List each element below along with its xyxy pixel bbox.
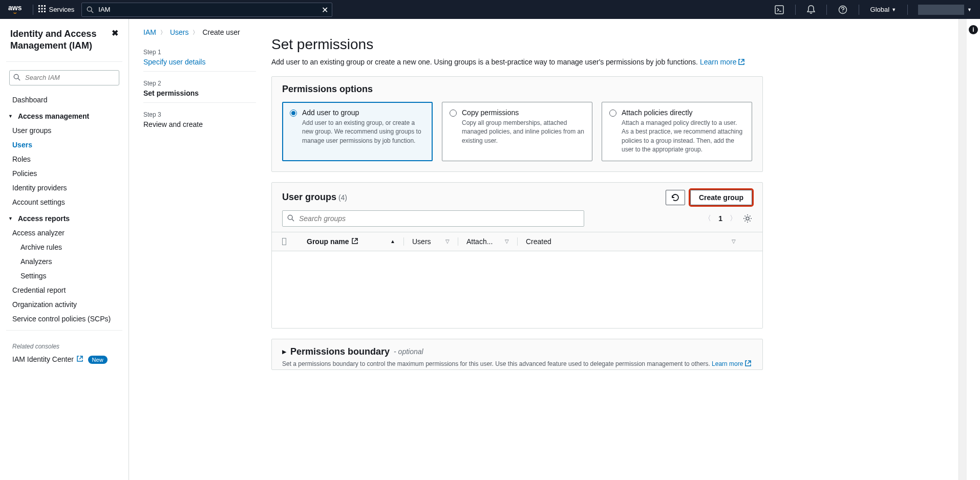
sidebar-item-scps[interactable]: Service control policies (SCPs) xyxy=(6,312,122,326)
search-icon xyxy=(13,74,20,81)
info-icon: i xyxy=(969,25,978,34)
wizard-step-2: Step 2 Set permissions xyxy=(143,79,256,103)
user-groups-title: User groups xyxy=(282,192,336,202)
svg-line-23 xyxy=(748,361,751,364)
external-link-icon xyxy=(77,355,85,363)
col-attached[interactable]: Attach... ▽ xyxy=(466,237,518,246)
breadcrumb-current: Create user xyxy=(202,28,240,36)
cloudshell-icon[interactable] xyxy=(770,2,789,17)
select-all-checkbox[interactable] xyxy=(282,238,286,245)
sidebar-item-access-analyzer[interactable]: Access analyzer xyxy=(6,226,122,240)
permissions-boundary-toggle[interactable]: ▶ Permissions boundary - optional xyxy=(272,339,762,360)
svg-rect-5 xyxy=(44,8,46,10)
svg-line-22 xyxy=(354,238,357,242)
top-search-input[interactable] xyxy=(81,3,332,17)
svg-line-10 xyxy=(92,11,94,13)
top-nav: aws ⌣ Services ✕ Global ▼ xyxy=(0,0,980,19)
services-button[interactable]: Services xyxy=(38,5,74,14)
col-users[interactable]: Users ▽ xyxy=(412,237,458,246)
page-number: 1 xyxy=(718,214,722,223)
svg-rect-3 xyxy=(38,8,40,10)
sort-desc-icon: ▽ xyxy=(445,238,450,244)
aws-logo[interactable]: aws ⌣ xyxy=(8,4,22,15)
svg-line-18 xyxy=(741,59,744,62)
svg-rect-4 xyxy=(41,8,43,10)
chevron-down-icon: ▼ xyxy=(891,7,896,12)
radio-icon xyxy=(290,110,297,117)
sidebar: ✖ Identity and Access Management (IAM) D… xyxy=(0,19,129,480)
chevron-right-icon: ▶ xyxy=(282,348,286,355)
radio-icon xyxy=(450,110,457,117)
learn-more-link[interactable]: Learn more xyxy=(712,360,751,367)
scrollbar[interactable] xyxy=(958,19,967,480)
learn-more-link[interactable]: Learn more xyxy=(700,58,744,66)
permissions-boundary-desc: Set a permissions boundary to control th… xyxy=(272,360,762,369)
notifications-icon[interactable] xyxy=(802,2,820,17)
gear-icon[interactable] xyxy=(743,214,752,223)
permissions-options-panel: Permissions options Add user to group Ad… xyxy=(271,76,763,172)
breadcrumb: IAM 〉 Users 〉 Create user xyxy=(143,28,256,36)
sidebar-item-users[interactable]: Users xyxy=(6,138,122,152)
option-copy-permissions[interactable]: Copy permissions Copy all group membersh… xyxy=(442,102,592,161)
svg-rect-6 xyxy=(38,11,40,12)
sidebar-item-dashboard[interactable]: Dashboard xyxy=(6,93,122,107)
breadcrumb-users[interactable]: Users xyxy=(170,28,189,36)
refresh-button[interactable] xyxy=(666,190,685,205)
table-body xyxy=(272,251,762,328)
info-panel-toggle[interactable]: i xyxy=(967,19,980,480)
top-search-wrap: ✕ xyxy=(81,3,332,17)
group-search-input[interactable] xyxy=(282,210,584,227)
sidebar-item-account-settings[interactable]: Account settings xyxy=(6,195,122,209)
wizard-step-3: Step 3 Review and create xyxy=(143,110,256,134)
chevron-right-icon: 〉 xyxy=(160,29,166,36)
col-created[interactable]: Created ▽ xyxy=(526,237,744,246)
sidebar-search-input[interactable] xyxy=(9,70,119,85)
option-add-to-group[interactable]: Add user to group Add user to an existin… xyxy=(282,102,433,161)
sort-desc-icon: ▽ xyxy=(505,238,509,244)
breadcrumb-iam[interactable]: IAM xyxy=(143,28,156,36)
region-selector[interactable]: Global ▼ xyxy=(865,4,902,15)
svg-rect-7 xyxy=(41,11,43,12)
svg-rect-0 xyxy=(38,5,40,7)
sidebar-item-credential-report[interactable]: Credential report xyxy=(6,283,122,297)
svg-point-14 xyxy=(842,11,843,12)
table-header: Group name ▲ Users ▽ Attach... xyxy=(272,232,762,251)
next-page-button[interactable]: 〉 xyxy=(730,214,737,223)
create-group-button[interactable]: Create group xyxy=(690,190,752,205)
svg-line-16 xyxy=(18,78,20,80)
sidebar-item-analyzers[interactable]: Analyzers xyxy=(6,254,122,269)
divider xyxy=(33,5,33,15)
sidebar-item-settings[interactable]: Settings xyxy=(6,269,122,283)
col-group-name[interactable]: Group name ▲ xyxy=(307,237,404,246)
sidebar-item-user-groups[interactable]: User groups xyxy=(6,123,122,138)
permissions-boundary-panel: ▶ Permissions boundary - optional Set a … xyxy=(271,339,763,370)
wizard-step-1[interactable]: Step 1 Specify user details xyxy=(143,48,256,72)
page-title: Set permissions xyxy=(271,36,763,53)
svg-point-9 xyxy=(88,7,92,11)
close-icon[interactable]: ✖ xyxy=(112,28,118,39)
sidebar-item-identity-center[interactable]: IAM Identity Center New xyxy=(6,352,122,366)
account-menu[interactable] xyxy=(918,5,964,15)
svg-point-19 xyxy=(288,215,292,220)
svg-line-17 xyxy=(79,356,82,359)
related-consoles-label: Related consoles xyxy=(6,339,122,352)
sidebar-item-roles[interactable]: Roles xyxy=(6,152,122,166)
user-groups-count: (4) xyxy=(338,193,347,202)
option-attach-policies[interactable]: Attach policies directly Attach a manage… xyxy=(602,102,752,161)
sidebar-item-archive-rules[interactable]: Archive rules xyxy=(6,240,122,254)
sidebar-item-policies[interactable]: Policies xyxy=(6,166,122,181)
prev-page-button[interactable]: 〈 xyxy=(704,214,711,223)
page-description: Add user to an existing group or create … xyxy=(271,58,763,66)
svg-point-15 xyxy=(14,74,18,79)
sidebar-item-organization-activity[interactable]: Organization activity xyxy=(6,297,122,312)
sidebar-item-identity-providers[interactable]: Identity providers xyxy=(6,181,122,195)
search-icon xyxy=(87,6,94,13)
external-link-icon xyxy=(352,237,358,246)
close-icon[interactable]: ✕ xyxy=(322,5,328,15)
grid-icon xyxy=(38,5,46,14)
pagination: 〈 1 〉 xyxy=(704,214,737,223)
sidebar-section-access-management[interactable]: Access management xyxy=(6,107,122,123)
sidebar-section-access-reports[interactable]: Access reports xyxy=(6,209,122,226)
help-icon[interactable] xyxy=(833,2,853,17)
user-groups-panel: User groups (4) Create group xyxy=(271,182,763,329)
